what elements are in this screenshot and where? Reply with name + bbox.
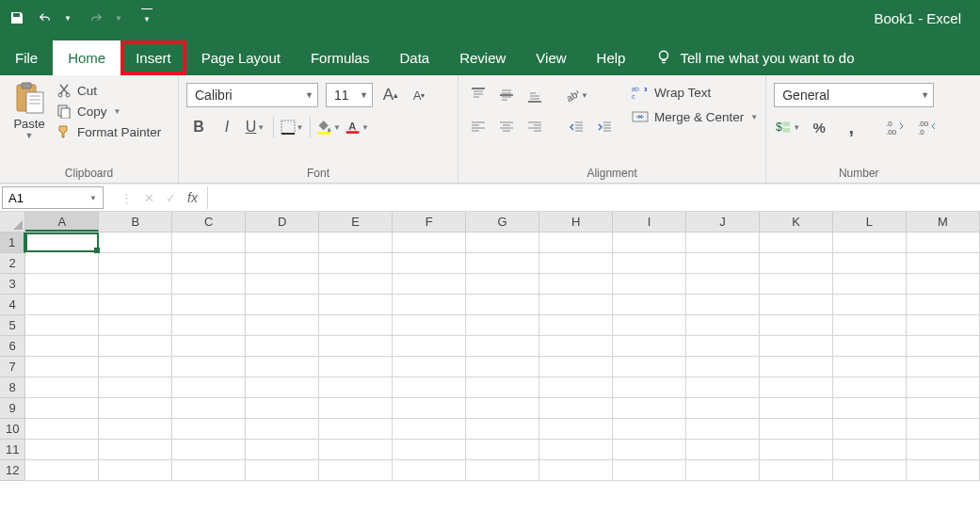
cell[interactable] [246, 274, 319, 295]
cell[interactable] [539, 377, 613, 398]
merge-caret-icon[interactable]: ▼ [750, 113, 758, 121]
cell[interactable] [833, 315, 907, 336]
cell[interactable] [466, 398, 539, 419]
cell[interactable] [466, 253, 539, 274]
cell[interactable] [25, 315, 99, 336]
tab-view[interactable]: View [521, 40, 581, 75]
cell[interactable] [172, 398, 246, 419]
column-header[interactable]: G [466, 212, 539, 232]
cell[interactable] [907, 315, 980, 336]
cell[interactable] [246, 357, 319, 377]
column-header[interactable]: M [907, 212, 980, 232]
cell[interactable] [466, 460, 539, 481]
cell[interactable] [760, 274, 833, 295]
cell[interactable] [613, 336, 686, 357]
cell[interactable] [833, 232, 907, 253]
row-header[interactable]: 12 [0, 460, 25, 481]
cell[interactable] [686, 377, 760, 398]
cell[interactable] [686, 336, 760, 357]
cell[interactable] [25, 377, 99, 398]
row-header[interactable]: 8 [0, 377, 25, 398]
cell[interactable] [246, 336, 319, 357]
cell[interactable] [393, 460, 466, 481]
cell[interactable] [172, 274, 246, 295]
cell[interactable] [393, 398, 466, 419]
cell[interactable] [99, 253, 172, 274]
save-icon[interactable] [8, 8, 26, 27]
cell[interactable] [172, 419, 246, 440]
underline-button[interactable]: U▼ [243, 115, 267, 139]
cell[interactable] [466, 357, 539, 377]
cell[interactable] [760, 357, 833, 377]
cell[interactable] [760, 295, 833, 315]
cell[interactable] [246, 253, 319, 274]
cell[interactable] [613, 232, 686, 253]
cell[interactable] [613, 377, 686, 398]
cell[interactable] [393, 377, 466, 398]
cell[interactable] [246, 315, 319, 336]
cell[interactable] [613, 295, 686, 315]
cell[interactable] [539, 398, 613, 419]
cell[interactable] [686, 274, 760, 295]
cell[interactable] [319, 440, 393, 460]
cell[interactable] [172, 357, 246, 377]
cell[interactable] [539, 419, 613, 440]
tab-file[interactable]: File [0, 40, 53, 75]
cell[interactable] [539, 440, 613, 460]
cell[interactable] [907, 377, 980, 398]
cell[interactable] [760, 419, 833, 440]
paste-button[interactable]: Paste ▼ [8, 79, 51, 164]
cell[interactable] [25, 336, 99, 357]
cell[interactable] [833, 398, 907, 419]
column-header[interactable]: D [246, 212, 319, 232]
cell[interactable] [760, 377, 833, 398]
border-button[interactable]: ▼ [280, 115, 304, 139]
column-header[interactable]: K [760, 212, 833, 232]
cell[interactable] [760, 315, 833, 336]
decrease-decimal-button[interactable]: .00.0 [915, 115, 941, 139]
cell[interactable] [25, 232, 98, 252]
italic-button[interactable]: I [215, 115, 239, 139]
font-color-button[interactable]: A ▼ [345, 115, 369, 139]
cell[interactable] [319, 274, 393, 295]
tab-formulas[interactable]: Formulas [296, 40, 385, 75]
cell[interactable] [466, 377, 539, 398]
cell[interactable] [833, 253, 907, 274]
increase-decimal-button[interactable]: .0.00 [883, 115, 909, 139]
row-header[interactable]: 9 [0, 398, 25, 419]
cell[interactable] [907, 274, 980, 295]
cell[interactable] [319, 315, 393, 336]
cell[interactable] [613, 419, 686, 440]
row-header[interactable]: 5 [0, 315, 25, 336]
cell[interactable] [99, 315, 172, 336]
comma-button[interactable]: , [838, 115, 864, 139]
cell[interactable] [393, 253, 466, 274]
cell[interactable] [25, 398, 99, 419]
align-right-button[interactable] [522, 115, 547, 139]
cell[interactable] [833, 357, 907, 377]
cell[interactable] [25, 419, 99, 440]
cell[interactable] [833, 295, 907, 315]
cell[interactable] [393, 232, 466, 253]
cell[interactable] [907, 440, 980, 460]
cell[interactable] [686, 357, 760, 377]
cell[interactable] [539, 315, 613, 336]
tab-home[interactable]: Home [53, 40, 120, 75]
wrap-text-button[interactable]: abc Wrap Text [632, 85, 758, 100]
bold-button[interactable]: B [186, 115, 211, 139]
cell[interactable] [393, 419, 466, 440]
cell[interactable] [172, 460, 246, 481]
fill-color-button[interactable]: ▼ [316, 115, 341, 139]
merge-center-button[interactable]: Merge & Center ▼ [632, 109, 758, 124]
cell[interactable] [172, 440, 246, 460]
cell[interactable] [25, 253, 99, 274]
cell[interactable] [760, 336, 833, 357]
cell[interactable] [833, 440, 907, 460]
cell[interactable] [466, 440, 539, 460]
formula-input[interactable] [207, 186, 980, 209]
row-header[interactable]: 10 [0, 419, 25, 440]
row-header[interactable]: 3 [0, 274, 25, 295]
cell[interactable] [466, 315, 539, 336]
grow-font-button[interactable]: A▴ [380, 85, 401, 105]
cell[interactable] [172, 253, 246, 274]
